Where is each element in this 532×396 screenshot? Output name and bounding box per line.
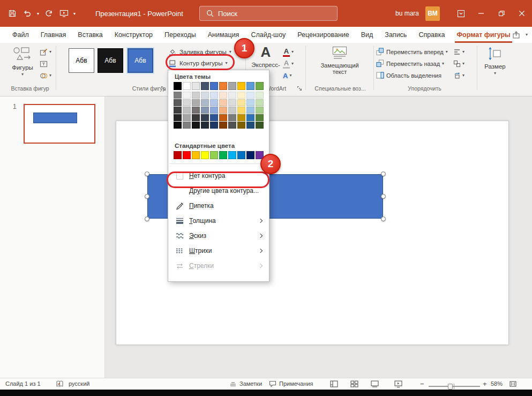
close-button[interactable] <box>512 0 532 27</box>
slide-thumbnail[interactable] <box>24 104 95 144</box>
menu-item-arrows[interactable]: Стрелки <box>168 258 269 273</box>
standard-color-swatch[interactable] <box>246 151 254 159</box>
ribbon-tab[interactable]: Файл <box>6 27 35 43</box>
slideshow-view-button[interactable] <box>394 380 402 388</box>
send-backward-button[interactable]: Переместить назад ▾ <box>376 59 444 68</box>
search-box[interactable]: Поиск <box>199 6 338 21</box>
ribbon-tab[interactable]: Вид <box>355 27 379 43</box>
theme-color-swatch[interactable] <box>246 82 254 90</box>
menu-item-no-outline[interactable]: Нет контура <box>168 168 269 183</box>
tint-swatch[interactable] <box>237 114 245 121</box>
selection-pane-button[interactable]: Область выделения <box>376 71 441 80</box>
resize-handle-bottom-left[interactable] <box>145 216 149 221</box>
shapes-button[interactable]: Фигуры ▾ <box>8 46 38 77</box>
tint-swatch[interactable] <box>219 114 227 121</box>
undo-button[interactable] <box>20 6 34 20</box>
zoom-in-button[interactable]: + <box>483 380 487 388</box>
tint-swatch[interactable] <box>219 107 227 114</box>
standard-color-swatch[interactable] <box>228 151 236 159</box>
shape-styles-dialog-launcher[interactable] <box>160 85 167 92</box>
size-button[interactable]: Размер ▾ <box>481 46 509 76</box>
text-fill-button[interactable]: А ▾ <box>283 47 294 57</box>
tint-swatch[interactable] <box>183 99 191 106</box>
tint-swatch[interactable] <box>192 114 200 121</box>
tint-swatch[interactable] <box>219 99 227 106</box>
tint-swatch[interactable] <box>192 99 200 106</box>
zoom-slider-track[interactable] <box>429 386 480 387</box>
customize-qat-icon[interactable]: ▾ <box>72 11 77 16</box>
undo-dropdown-icon[interactable]: ▾ <box>35 11 41 16</box>
tint-swatch[interactable] <box>256 114 264 121</box>
rotate-button[interactable]: ▾ <box>453 71 464 80</box>
ribbon-tab-active[interactable]: Формат фигуры <box>451 27 516 43</box>
fit-slide-button[interactable] <box>509 380 517 388</box>
tint-swatch[interactable] <box>210 114 218 121</box>
theme-color-swatch[interactable] <box>219 82 227 90</box>
tint-swatch[interactable] <box>256 122 264 129</box>
start-slideshow-button[interactable] <box>57 6 71 20</box>
ribbon-display-options-button[interactable] <box>451 0 471 27</box>
menu-item-sketch[interactable]: Эскиз <box>168 228 269 243</box>
tint-swatch[interactable] <box>228 114 236 121</box>
spellcheck-icon[interactable] <box>56 380 64 388</box>
theme-color-swatch[interactable] <box>174 82 182 90</box>
normal-view-button[interactable] <box>330 380 338 388</box>
comments-button[interactable]: Примечания <box>269 380 313 387</box>
theme-color-swatch[interactable] <box>237 82 245 90</box>
ribbon-tab[interactable]: Главная <box>35 27 72 43</box>
menu-item-more-colors[interactable]: Другие цвета контура... <box>168 183 269 198</box>
tint-swatch[interactable] <box>192 107 200 114</box>
restore-button[interactable] <box>491 0 512 27</box>
ribbon-tab[interactable]: Слайд-шоу <box>245 27 291 43</box>
share-icon[interactable] <box>512 31 520 39</box>
tint-swatch[interactable] <box>201 92 209 99</box>
notes-button[interactable]: Заметки <box>229 380 262 387</box>
tint-swatch[interactable] <box>183 92 191 99</box>
zoom-slider-thumb[interactable] <box>448 384 453 390</box>
tint-swatch[interactable] <box>192 122 200 129</box>
ribbon-tab[interactable]: Конструктор <box>109 27 159 43</box>
save-button[interactable] <box>5 6 19 20</box>
avatar[interactable]: BM <box>425 6 440 21</box>
tint-swatch[interactable] <box>246 122 254 129</box>
tint-swatch[interactable] <box>201 99 209 106</box>
tint-swatch[interactable] <box>228 99 236 106</box>
tint-swatch[interactable] <box>210 122 218 129</box>
tint-swatch[interactable] <box>174 114 182 121</box>
resize-handle-top-left[interactable] <box>145 171 149 176</box>
resize-handle-middle-right[interactable] <box>381 194 386 199</box>
text-outline-button[interactable]: А ▾ <box>283 59 294 69</box>
zoom-out-button[interactable]: − <box>420 380 424 388</box>
tint-swatch[interactable] <box>219 122 227 129</box>
account-name[interactable]: bu mara <box>395 10 419 17</box>
language-selector[interactable]: русский <box>69 380 89 387</box>
resize-handle-middle-left[interactable] <box>145 194 149 199</box>
tint-swatch[interactable] <box>237 122 245 129</box>
theme-color-swatch[interactable] <box>183 82 191 90</box>
tint-swatch[interactable] <box>174 107 182 114</box>
tint-swatch[interactable] <box>174 122 182 129</box>
tint-swatch[interactable] <box>219 92 227 99</box>
tint-swatch[interactable] <box>183 122 191 129</box>
menu-item-eyedropper[interactable]: Пипетка <box>168 198 269 213</box>
ribbon-tab[interactable]: Рецензирование <box>291 27 355 43</box>
tint-swatch[interactable] <box>256 92 264 99</box>
tint-swatch[interactable] <box>237 107 245 114</box>
tint-swatch[interactable] <box>192 92 200 99</box>
theme-color-swatch[interactable] <box>210 82 218 90</box>
tint-swatch[interactable] <box>246 114 254 121</box>
repeat-button[interactable] <box>42 6 56 20</box>
shape-fill-button[interactable]: Заливка фигуры ▾ <box>168 47 231 57</box>
shape-style-preview-2[interactable]: Абв <box>98 48 123 73</box>
ribbon-tab[interactable]: Справка <box>413 27 451 43</box>
tint-swatch[interactable] <box>228 92 236 99</box>
slide-sorter-view-button[interactable] <box>350 380 358 388</box>
standard-color-swatch[interactable] <box>201 151 209 159</box>
ribbon-tab[interactable]: Переходы <box>159 27 202 43</box>
tint-swatch[interactable] <box>183 107 191 114</box>
standard-color-swatch[interactable] <box>210 151 218 159</box>
shape-outline-button[interactable]: Контур фигуры ▾ <box>168 58 227 68</box>
theme-color-swatch[interactable] <box>228 82 236 90</box>
group-objects-button[interactable]: ▾ <box>453 59 464 69</box>
tint-swatch[interactable] <box>201 122 209 129</box>
